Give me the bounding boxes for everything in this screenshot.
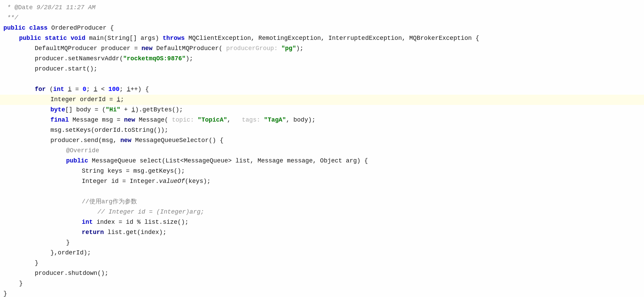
code-text: producer.shutdown();: [35, 270, 108, 277]
comment: 9/28/21 11:27 AM: [33, 4, 95, 11]
code-text: msg.setKeys(orderId.toString());: [50, 127, 168, 134]
number-literal: 0: [82, 86, 86, 93]
variable: i: [68, 86, 72, 93]
code-line: String keys = msg.getKeys();: [0, 166, 644, 176]
code-text: index = id % list.size();: [93, 219, 188, 225]
number-literal: 100: [108, 86, 119, 93]
code-line: }: [0, 289, 644, 297]
line-content: //使用arg作为参数: [3, 197, 637, 207]
code-line: //使用arg作为参数: [0, 197, 644, 207]
variable: i: [117, 96, 120, 103]
code-text: list.get(index);: [104, 229, 167, 236]
line-content: }: [3, 238, 637, 248]
string-literal: "Hi": [106, 106, 120, 113]
code-text: Message(: [135, 116, 168, 123]
code-text: (: [46, 86, 53, 93]
keyword: public: [66, 157, 88, 164]
code-text: main(String[] args): [85, 35, 163, 42]
line-content: * @Date 9/28/21 11:27 AM: [3, 3, 637, 13]
line-content: return list.get(index);: [3, 228, 637, 237]
line-content: public class OrderedProducer {: [3, 23, 637, 33]
keyword: return: [82, 229, 104, 236]
line-content: producer.setNamesrvAddr("rocketmqOS:9876…: [3, 54, 637, 64]
code-text: MessageQueue select(List<MessageQueue> l…: [88, 157, 368, 164]
param-hint: producerGroup:: [223, 45, 278, 52]
comment: *: [3, 4, 14, 11]
code-text: }: [35, 260, 39, 266]
code-line: [0, 187, 644, 197]
code-line: }: [0, 258, 644, 268]
code-line: msg.setKeys(orderId.toString());: [0, 125, 644, 136]
line-content: msg.setKeys(orderId.toString());: [3, 125, 637, 135]
code-line: // Integer id = (Integer)arg;: [0, 207, 644, 217]
line-content: Integer id = Integer.valueOf(keys);: [3, 176, 637, 186]
param-hint: tags:: [242, 116, 260, 123]
string-literal: "TagA": [264, 116, 286, 123]
line-content: producer.shutdown();: [3, 268, 637, 278]
line-content: Integer orderId = i;: [3, 95, 637, 105]
code-text: setNamesrvAddr(: [68, 55, 123, 62]
keyword: new: [141, 45, 152, 52]
line-content: public MessageQueue select(List<MessageQ…: [3, 156, 637, 166]
code-line: final Message msg = new Message( topic: …: [0, 115, 644, 125]
code-line: for (int i = 0; i < 100; i++) {: [0, 84, 644, 95]
line-content: [3, 187, 637, 197]
code-text: Message msg =: [69, 116, 124, 123]
code-text: ,: [227, 116, 242, 123]
keyword: int: [82, 219, 93, 225]
code-line: producer.start();: [0, 64, 644, 74]
code-text: MessageQueueSelector() {: [132, 137, 224, 144]
line-content: int index = id % list.size();: [3, 217, 637, 227]
code-text: );: [186, 55, 193, 62]
code-text: [] body = (: [65, 106, 106, 113]
line-content: producer.start();: [3, 64, 637, 74]
keyword: final: [50, 116, 69, 123]
variable: i: [127, 86, 131, 93]
comment: //: [97, 208, 108, 215]
line-content: },orderId);: [3, 248, 637, 258]
code-text: <: [97, 86, 108, 93]
string-literal: "TopicA": [198, 116, 227, 123]
code-text: producer.start();: [35, 65, 97, 72]
comment-zh: //使用arg作为参数: [82, 198, 137, 205]
code-line: Integer id = Integer.valueOf(keys);: [0, 176, 644, 187]
code-text: producer.send(msg,: [50, 137, 120, 144]
code-text: [26, 25, 29, 31]
line-content: }: [3, 279, 637, 288]
line-content: producer.send(msg, new MessageQueueSelec…: [3, 136, 637, 145]
line-content: @Override: [3, 146, 637, 156]
code-line: @Override: [0, 146, 644, 156]
code-text: Integer id = Integer.: [82, 178, 159, 185]
code-text: }: [19, 280, 23, 287]
keyword: void: [71, 35, 85, 42]
code-line: byte[] body = ("Hi" + i).getBytes();: [0, 105, 644, 115]
comment: **/: [3, 14, 18, 21]
code-text: DefaultMQProducer(: [153, 45, 223, 52]
string-literal: "pg": [281, 45, 296, 52]
code-text: ++) {: [131, 86, 149, 93]
keyword: throws: [163, 35, 185, 42]
line-content: byte[] body = ("Hi" + i).getBytes();: [3, 105, 637, 115]
code-line: public class OrderedProducer {: [0, 23, 644, 33]
code-line: * @Date 9/28/21 11:27 AM: [0, 3, 644, 13]
code-line: producer.shutdown();: [0, 268, 644, 279]
code-line: producer.send(msg, new MessageQueueSelec…: [0, 136, 644, 146]
line-content: }: [3, 258, 637, 268]
line-content: // Integer id = (Integer)arg;: [3, 207, 637, 217]
code-text: }: [66, 239, 70, 246]
code-line: **/: [0, 13, 644, 23]
code-text: ;: [120, 86, 127, 93]
annotation: @Date: [14, 4, 33, 11]
code-line: Integer orderId = i;: [0, 95, 644, 105]
line-content: DefaultMQProducer producer = new Default…: [3, 44, 637, 53]
code-text: producer.: [35, 55, 68, 62]
code-text: MQClientException, RemotingException, In…: [185, 35, 479, 42]
variable: i: [132, 106, 135, 113]
keyword: class: [29, 25, 48, 31]
comment: Integer id = (Integer)arg;: [108, 208, 204, 215]
variable: i: [94, 86, 97, 93]
code-text: Integer orderId =: [50, 96, 117, 103]
code-text: (keys);: [185, 178, 211, 185]
keyword: new: [120, 137, 131, 144]
code-text: }: [3, 290, 7, 297]
